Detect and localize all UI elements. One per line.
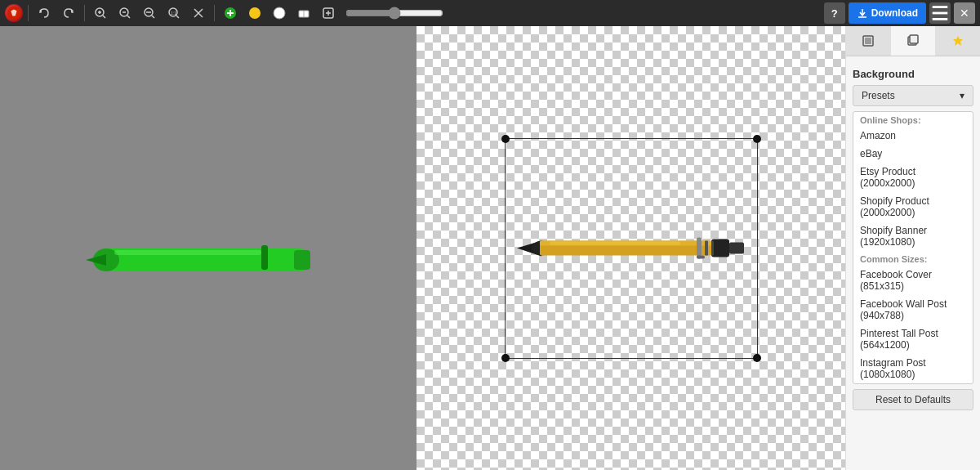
eraser-button[interactable]	[293, 2, 314, 24]
svg-rect-49	[550, 241, 680, 244]
svg-rect-38	[114, 250, 261, 255]
reset-button[interactable]: Reset to Defaults	[853, 389, 973, 410]
svg-rect-47	[705, 240, 708, 255]
download-label: Download	[871, 7, 918, 19]
svg-rect-51	[865, 38, 871, 44]
svg-marker-54	[953, 36, 963, 46]
zoom-in-button[interactable]	[90, 2, 111, 24]
preset-shopify-banner[interactable]: Shopify Banner (1920x1080)	[853, 222, 973, 251]
preset-instagram[interactable]: Instagram Post (1080x1080)	[853, 354, 973, 383]
svg-point-22	[274, 7, 285, 19]
zoom-fit-button[interactable]	[139, 2, 160, 24]
color-picker-2-button[interactable]	[269, 2, 290, 24]
svg-rect-44	[729, 242, 744, 253]
original-image-area	[0, 26, 416, 470]
menu-button[interactable]	[929, 2, 951, 24]
preset-shopify-product[interactable]: Shopify Product (2000x2000)	[853, 192, 973, 222]
color-picker-button[interactable]	[244, 2, 265, 24]
svg-rect-36	[294, 250, 310, 270]
separator-2	[84, 5, 85, 21]
handle-bottom-right[interactable]	[753, 354, 761, 362]
tab-original[interactable]	[846, 26, 891, 56]
svg-line-11	[152, 16, 154, 18]
zoom-slider[interactable]	[345, 7, 443, 20]
download-button[interactable]: Download	[849, 2, 926, 24]
close-icon: ✕	[960, 7, 969, 20]
undo-button[interactable]	[33, 2, 55, 24]
canvas-object[interactable]	[505, 138, 758, 359]
close-button[interactable]: ✕	[954, 2, 975, 24]
svg-line-14	[176, 16, 179, 18]
add-green-button[interactable]	[220, 2, 241, 24]
preset-amazon[interactable]: Amazon	[853, 127, 973, 145]
svg-rect-43	[711, 239, 729, 257]
editing-canvas[interactable]	[416, 26, 845, 470]
online-shops-category: Online Shops:	[853, 112, 973, 127]
handle-bottom-left[interactable]	[501, 354, 510, 362]
sidebar-tabs	[846, 26, 980, 56]
toolbar: 1:1 ? Download ✕	[0, 0, 980, 26]
plus-button[interactable]	[318, 2, 339, 24]
svg-line-8	[127, 16, 130, 18]
help-button[interactable]: ?	[824, 2, 845, 24]
original-panel	[0, 26, 416, 470]
sidebar-content: Background Presets ▾ Online Shops: Amazo…	[846, 56, 980, 470]
svg-rect-32	[0, 26, 416, 470]
presets-dropdown: Online Shops: Amazon eBay Etsy Product (…	[853, 111, 973, 384]
separator-3	[214, 5, 215, 21]
preset-pinterest[interactable]: Pinterest Tall Post (564x1200)	[853, 325, 973, 354]
svg-point-21	[249, 7, 261, 19]
preset-facebook-cover[interactable]: Facebook Cover (851x315)	[853, 266, 973, 295]
handle-top-left[interactable]	[501, 135, 510, 143]
common-sizes-category: Common Sizes:	[853, 251, 973, 266]
handle-top-right[interactable]	[753, 135, 761, 143]
svg-text:1:1: 1:1	[171, 11, 176, 16]
main-area: Background Presets ▾ Online Shops: Amazo…	[0, 26, 980, 470]
original-image-svg	[0, 26, 416, 470]
svg-line-4	[103, 16, 105, 18]
background-title: Background	[853, 63, 973, 85]
redo-button[interactable]	[58, 2, 79, 24]
app-logo	[5, 4, 23, 22]
sidebar: Background Presets ▾ Online Shops: Amazo…	[845, 26, 980, 470]
close-edit-button[interactable]	[188, 2, 209, 24]
toolbar-right: ? Download ✕	[824, 2, 975, 24]
tab-favorites[interactable]	[935, 26, 980, 56]
zoom-original-button[interactable]: 1:1	[163, 2, 185, 24]
tab-copy[interactable]	[891, 26, 936, 56]
slider-wrap	[345, 7, 443, 20]
presets-button[interactable]: Presets ▾	[853, 85, 973, 106]
svg-rect-37	[261, 245, 268, 270]
svg-rect-46	[697, 255, 705, 258]
preset-ebay[interactable]: eBay	[853, 145, 973, 163]
preset-etsy[interactable]: Etsy Product (2000x2000)	[853, 163, 973, 192]
presets-label: Presets	[862, 90, 895, 101]
svg-rect-53	[910, 35, 918, 43]
result-pen-svg	[517, 226, 746, 271]
zoom-out-button[interactable]	[114, 2, 136, 24]
svg-rect-48	[711, 240, 714, 255]
preset-facebook-wall[interactable]: Facebook Wall Post (940x788)	[853, 295, 973, 325]
presets-arrow-icon: ▾	[960, 90, 964, 101]
separator-1	[28, 5, 29, 21]
